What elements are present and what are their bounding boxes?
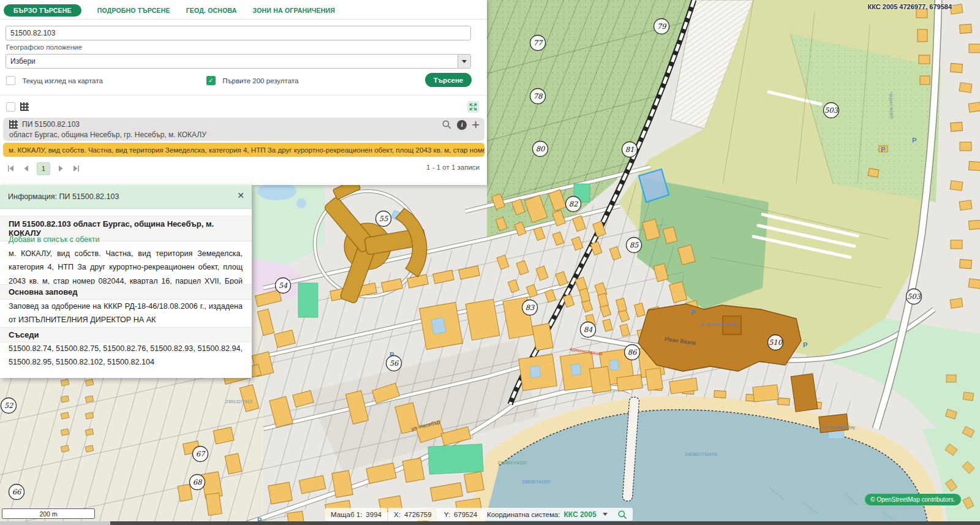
parcel-number-circle: 510	[768, 335, 783, 350]
geo-position-select[interactable]: Избери	[6, 54, 471, 69]
svg-text:66: 66	[12, 488, 22, 496]
search-button[interactable]: Търсене	[425, 73, 472, 87]
first-page-button[interactable]	[6, 164, 16, 173]
parcel-number-circle: 80	[533, 142, 548, 157]
scale-chip: Мащаб 1: 3994	[325, 508, 387, 521]
popup-header[interactable]: Информация: ПИ 51500.82.103 ✕	[0, 185, 252, 209]
add-to-object-list-link[interactable]: Добави в списък с обекти	[9, 235, 100, 244]
search-input-value: 51500.82.103	[10, 29, 55, 37]
current-map-view-label: Текущ изглед на картата	[22, 77, 102, 85]
svg-text:67: 67	[196, 450, 206, 458]
zoom-to-result-icon[interactable]	[442, 119, 452, 130]
svg-text:510: 510	[769, 338, 783, 347]
select-all-checkbox[interactable]	[6, 102, 15, 111]
crs-selected-value[interactable]: ККС 2005	[564, 510, 596, 519]
close-icon[interactable]: ✕	[237, 191, 244, 200]
parcel-number-circle: 52	[1, 398, 17, 414]
geo-position-label: Географско положение	[6, 43, 82, 51]
tab-geodetic-base[interactable]: ГЕОД. ОСНОВА	[186, 7, 237, 14]
bottom-strip-right[interactable]	[110, 521, 980, 525]
current-page[interactable]: 1	[37, 162, 50, 175]
parcel-number-circle: 84	[581, 322, 596, 338]
neighbors-list: 51500.82.74, 51500.82.75, 51500.82.76, 5…	[9, 342, 243, 369]
tabs-divider	[0, 19, 487, 20]
crs-dropdown-icon[interactable]	[603, 513, 608, 516]
parcel-number-circle: 67	[193, 447, 208, 462]
crs-chip: Координатна система: ККС 2005	[481, 508, 633, 521]
svg-text:83: 83	[526, 303, 535, 312]
expand-arrows-icon	[469, 103, 477, 111]
scale-bar-label: 200 m	[39, 510, 57, 518]
svg-text:77: 77	[533, 39, 543, 47]
main-order-text: Заповед за одобрение на КККР РД-18-46/18…	[9, 300, 243, 327]
svg-text:503: 503	[824, 106, 839, 115]
parking-icon: P	[390, 351, 394, 358]
svg-text:84: 84	[584, 325, 593, 334]
result-details-row[interactable]: м. КОКАЛУ, вид собств. Частна, вид терит…	[3, 143, 484, 157]
svg-text:503: 503	[907, 292, 921, 301]
coordinate-label: 239132/7413	[225, 399, 252, 404]
parcel-number-circle: 81	[622, 142, 638, 157]
parking-icon: P	[691, 309, 695, 316]
y-value: 679524	[454, 511, 477, 518]
bottom-strip-left	[0, 521, 110, 525]
x-label: X:	[394, 511, 401, 518]
parcel-number-circle: 54	[276, 278, 291, 293]
parcel-number-circle: 78	[530, 89, 546, 104]
svg-text:81: 81	[625, 145, 635, 154]
prev-page-button[interactable]	[21, 164, 31, 173]
coordinate-search-icon[interactable]	[617, 510, 627, 519]
tab-quick-search[interactable]: БЪРЗО ТЪРСЕНЕ	[4, 4, 81, 17]
result-info-icon[interactable]: i	[457, 120, 467, 130]
svg-text:56: 56	[390, 359, 399, 368]
parcel-number-circle: 83	[522, 300, 538, 315]
parcel-number-circle: 82	[566, 197, 581, 212]
coordinate-label: 28526/741157	[522, 479, 551, 485]
parcel-number-circle: 55	[376, 211, 391, 227]
scale-label: Мащаб 1:	[331, 511, 362, 518]
tab-detailed-search[interactable]: ПОДРОБНО ТЪРСЕНЕ	[97, 7, 170, 14]
next-page-button[interactable]	[56, 164, 66, 173]
popup-title: Информация: ПИ 51500.82.103	[8, 192, 119, 201]
main-order-heading: Основна заповед	[0, 284, 252, 300]
last-page-button[interactable]	[71, 164, 81, 173]
map-scale-bar: 200 m	[2, 508, 95, 519]
parcel-number-circle: 85	[627, 238, 642, 253]
street-label: Sol Nessebar Bay	[821, 425, 856, 430]
svg-text:86: 86	[628, 348, 638, 357]
info-popup: Информация: ПИ 51500.82.103 ✕ ПИ 51500.8…	[0, 185, 252, 378]
svg-text:82: 82	[569, 200, 578, 208]
search-panel: БЪРЗО ТЪРСЕНЕ ПОДРОБНО ТЪРСЕНЕ ГЕОД. ОСН…	[0, 0, 487, 185]
search-tabs: БЪРЗО ТЪРСЕНЕ ПОДРОБНО ТЪРСЕНЕ ГЕОД. ОСН…	[4, 4, 335, 17]
parcel-number-circle: 86	[625, 345, 640, 360]
add-result-icon[interactable]: +	[472, 120, 480, 130]
svg-text:68: 68	[193, 478, 203, 486]
scale-value[interactable]: 3994	[366, 511, 382, 518]
parking-icon: P	[912, 137, 916, 144]
parcel-number-circle: 79	[654, 19, 669, 34]
search-input[interactable]: 51500.82.103	[6, 26, 471, 40]
grid-layer-icon[interactable]	[20, 102, 29, 111]
osm-attribution-badge[interactable]: © OpenStreetMap contributors.	[865, 494, 961, 505]
expand-results-button[interactable]	[467, 101, 479, 113]
parcel-grid-icon	[9, 120, 18, 129]
parcel-number-circle: 503	[824, 103, 839, 118]
first-200-checkbox[interactable]: ✓	[206, 76, 216, 85]
select-arrow-button[interactable]	[458, 55, 470, 68]
current-map-view-checkbox[interactable]	[6, 76, 15, 85]
street-label: Sol Nessebar Palace	[698, 322, 738, 327]
parking-icon: P	[881, 146, 885, 153]
osm-attribution-text: © OpenStreetMap contributors.	[870, 496, 956, 503]
result-card[interactable]: ПИ 51500.82.103 област Бургас, община Не…	[3, 118, 484, 141]
panel-divider	[0, 95, 487, 96]
coordinate-label: 240367/742475	[685, 451, 717, 457]
svg-text:54: 54	[279, 281, 288, 290]
xy-chip: X: 4726759 Y: 679524	[388, 508, 483, 521]
coordinate-label: 238467/74137	[497, 460, 527, 466]
y-label: Y:	[444, 511, 450, 518]
parcel-number-circle: 503	[907, 289, 922, 304]
tab-restriction-zones[interactable]: ЗОНИ НА ОГРАНИЧЕНИЯ	[253, 7, 336, 14]
parcel-number-circle: 68	[190, 475, 205, 490]
svg-text:79: 79	[657, 22, 667, 31]
svg-text:80: 80	[536, 145, 546, 153]
